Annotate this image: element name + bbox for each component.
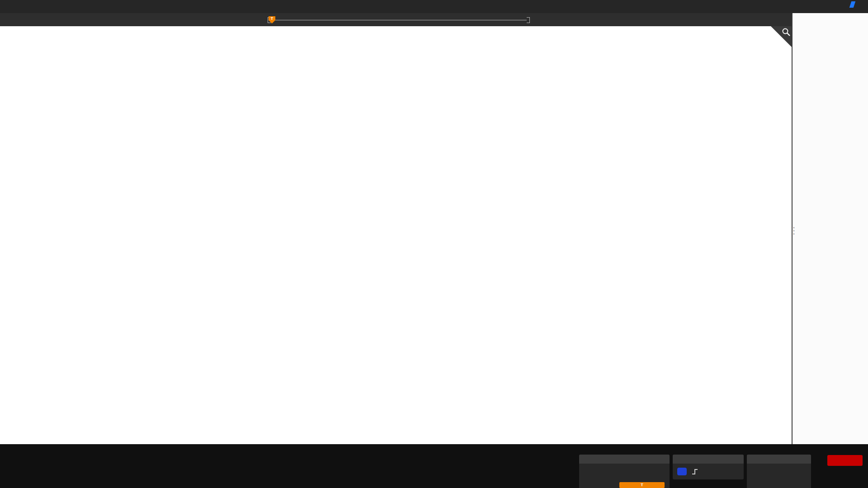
sidebar-button-grid [793, 15, 868, 26]
oscilloscope-screen: T ⋮ [0, 0, 868, 488]
zoom-corner-button[interactable] [771, 26, 792, 47]
menu-bar [0, 0, 868, 13]
trigger-source-badge [677, 468, 687, 475]
acquisition-panel-title [747, 455, 811, 464]
horizontal-position-scrollbar[interactable]: T [268, 17, 530, 23]
trigger-panel-title [673, 455, 744, 464]
acquisition-panel[interactable] [747, 455, 811, 488]
waveform-plot-svg [0, 26, 792, 444]
bottom-bar: T [0, 444, 868, 488]
waveform-view-titlebar: T [0, 13, 792, 26]
waveform-plot[interactable] [0, 26, 792, 444]
divider-drag-handle[interactable]: ⋮ [789, 228, 797, 233]
horizontal-panel[interactable]: T [579, 455, 670, 488]
logo-mark-icon [849, 1, 856, 8]
horizontal-panel-title [579, 455, 670, 464]
right-sidebar: ⋮ [792, 13, 868, 444]
tektronix-logo [850, 1, 856, 8]
scrollbar-line[interactable] [271, 20, 527, 20]
stopped-button[interactable] [827, 455, 863, 466]
trigger-position-icon: T [619, 482, 665, 488]
magnifier-icon [782, 28, 791, 37]
scrollbar-right-bracket[interactable] [527, 17, 530, 23]
rising-edge-icon [691, 468, 698, 475]
trigger-panel[interactable] [673, 455, 744, 479]
